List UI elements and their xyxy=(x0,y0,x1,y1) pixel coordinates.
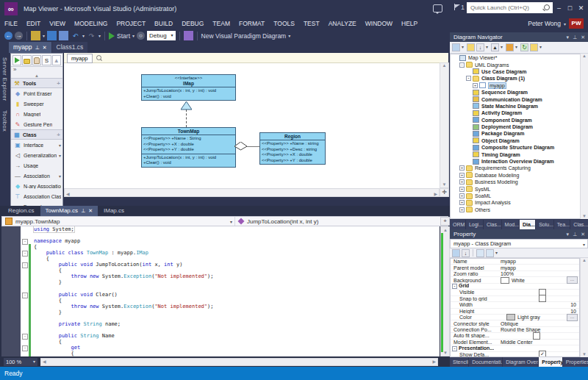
tree-expander-icon[interactable]: - xyxy=(459,62,465,68)
menu-item-team[interactable]: TEAM xyxy=(208,18,234,29)
tree-expander-icon[interactable]: + xyxy=(459,179,465,184)
menu-item-analyze[interactable]: ANALYZE xyxy=(324,18,361,29)
property-row-presentation-[interactable]: -Presentation... xyxy=(451,345,579,351)
notification-flag-icon[interactable]: 1 xyxy=(454,4,465,11)
realization-connector[interactable] xyxy=(186,110,187,127)
tree-expander-icon[interactable]: + xyxy=(459,187,465,192)
tree-item-object-diagram[interactable]: Object Diagram xyxy=(451,137,587,144)
property-row-snap-to-grid[interactable]: Snap to grid xyxy=(451,296,579,302)
tree-item-timing-diagram[interactable]: Timing Diagram xyxy=(451,151,587,157)
selector-tool-icon[interactable] xyxy=(12,55,21,65)
feedback-icon[interactable] xyxy=(433,4,442,12)
tree-expander-icon[interactable]: + xyxy=(459,165,465,171)
lock-tool-icon[interactable] xyxy=(22,55,31,65)
pin-icon[interactable]: ⊥ xyxy=(81,206,85,216)
palette-item-point-eraser[interactable]: ◆Point Eraser xyxy=(11,88,62,98)
pin-icon[interactable]: ⊥ xyxy=(573,229,577,239)
tree-item-database-modeling[interactable]: +Database Modeling xyxy=(451,172,587,179)
redo-icon[interactable]: ↷ xyxy=(87,31,96,40)
tree-expander-icon[interactable]: + xyxy=(459,173,465,178)
tree-expander-icon[interactable]: - xyxy=(466,76,471,81)
tree-expander-icon[interactable]: + xyxy=(459,207,465,212)
navigate-forward-icon[interactable]: → xyxy=(15,32,23,40)
uml-class-townmap[interactable]: TownMap<<Property>> +Name : String<<Prop… xyxy=(141,127,236,168)
tab-mod-[interactable]: Mod... xyxy=(502,220,519,229)
palette-item-association-class[interactable]: ⊤Association Class xyxy=(11,191,62,201)
tree-item-use-case-diagram[interactable]: Use Case Diagram xyxy=(451,68,587,75)
tree-item-interaction-overview-diagram[interactable]: Interaction Overview Diagram xyxy=(451,158,587,165)
layer-icon[interactable] xyxy=(506,43,514,51)
code-line[interactable]: private String name; xyxy=(1,321,440,327)
menu-item-help[interactable]: HELP xyxy=(397,18,422,29)
property-row-color[interactable]: ColorLight gray… xyxy=(451,315,579,320)
tab-class1-cs[interactable]: Class1.cs xyxy=(52,42,88,53)
palette-item-association[interactable]: —Association▾ xyxy=(11,171,62,181)
pin-icon[interactable]: ⊥ xyxy=(573,32,577,42)
menu-item-project[interactable]: PROJECT xyxy=(112,18,150,29)
canvas-search-icon[interactable] xyxy=(96,55,101,60)
editor-vertical-scrollbar[interactable]: ▲▼ xyxy=(440,226,450,356)
debug-configuration-select[interactable]: Debug▾ xyxy=(147,31,176,40)
canvas-horizontal-scrollbar[interactable]: ◀▶ xyxy=(64,188,440,197)
property-row-parent-model[interactable]: Parent modelmyapp xyxy=(451,265,579,270)
tab-myapp[interactable]: myapp⊥✕ xyxy=(9,42,51,53)
code-line[interactable]: { xyxy=(1,244,440,250)
model-explorer-icon[interactable] xyxy=(467,43,475,51)
start-debug-icon[interactable] xyxy=(109,32,115,40)
code-line[interactable]: { xyxy=(1,268,440,273)
tree-expander-icon[interactable]: + xyxy=(459,200,465,205)
tab-tea-[interactable]: Tea... xyxy=(554,220,570,229)
code-line[interactable]: - public void JumpToLocation(int x, int … xyxy=(1,262,440,268)
save-icon[interactable] xyxy=(47,31,57,40)
menu-item-debug[interactable]: DEBUG xyxy=(177,18,208,29)
code-line[interactable]: { xyxy=(1,298,440,304)
chevron-down-icon[interactable]: ▾ xyxy=(59,173,61,179)
close-button[interactable]: ✕ xyxy=(576,0,587,18)
user-name[interactable]: Peter Wong xyxy=(528,20,561,27)
code-line[interactable]: { xyxy=(1,351,440,356)
ellipsis-button[interactable]: … xyxy=(567,314,578,321)
tab-clas-[interactable]: Clas... xyxy=(484,220,501,229)
ellipsis-button[interactable]: … xyxy=(567,276,578,284)
palette-item-interface[interactable]: ▣Interface▾ xyxy=(11,140,62,150)
property-target-select[interactable]: myapp - Class Diagram▾ xyxy=(450,239,588,248)
tab-solu-[interactable]: Solu... xyxy=(536,220,553,229)
tree-expander-icon[interactable]: + xyxy=(459,193,465,198)
menu-item-window[interactable]: WINDOW xyxy=(361,18,397,29)
menu-item-format[interactable]: FORMAT xyxy=(234,18,269,29)
tree-item-impact-analysis[interactable]: +Impact Analysis xyxy=(451,199,587,206)
tab-logi-[interactable]: Logi... xyxy=(466,220,483,229)
close-icon[interactable]: ✕ xyxy=(88,206,93,216)
tree-item-myapp[interactable]: +myapp xyxy=(451,82,587,89)
tree-item-business-modeling[interactable]: +Business Modeling xyxy=(451,179,587,185)
chevron-down-icon[interactable]: ▾ xyxy=(59,153,61,158)
checkbox[interactable] xyxy=(539,295,546,302)
code-line[interactable] xyxy=(1,315,440,321)
tab-clas-[interactable]: Clas... xyxy=(570,220,588,229)
property-row-auto-fit-shape-[interactable]: Auto fit shape... xyxy=(451,333,579,339)
palette-section-class[interactable]: ▦Class+ xyxy=(11,129,62,140)
property-row-connection-po-[interactable]: Connection Po...Round the Shape xyxy=(451,327,579,333)
code-line[interactable]: using System; xyxy=(1,226,440,232)
pan-hand-tool-icon[interactable] xyxy=(32,55,41,65)
new-file-icon[interactable] xyxy=(31,31,40,40)
code-line[interactable]: } xyxy=(1,279,440,285)
uml-class-imap[interactable]: <<Interface>>IMap+JumpToLocation(x : int… xyxy=(141,74,236,101)
palette-item-usage[interactable]: →Usage xyxy=(11,160,62,171)
navigate-back-icon[interactable]: ← xyxy=(4,32,12,40)
code-line[interactable] xyxy=(1,232,440,238)
tree-item-package-diagram[interactable]: Package Diagram xyxy=(451,130,587,137)
tab-property[interactable]: Property xyxy=(539,357,562,367)
side-tab-toolbox[interactable]: Toolbox xyxy=(0,106,10,136)
group-collapse-icon[interactable]: - xyxy=(452,346,457,351)
code-line[interactable]: - public class TownMap : myapp.IMap xyxy=(1,250,440,256)
palette-item-n-ary-association[interactable]: ◆N-ary Association xyxy=(11,181,62,191)
tree-item-component-diagram[interactable]: Component Diagram xyxy=(451,117,587,123)
quick-launch-input[interactable]: Quick Launch (Ctrl+Q) xyxy=(467,2,553,13)
tree-item-activity-diagram[interactable]: Activity Diagram xyxy=(451,110,587,116)
refresh-icon[interactable]: ○ xyxy=(137,32,145,40)
new-diagram-icon[interactable] xyxy=(452,43,460,51)
tab-orm[interactable]: ORM xyxy=(450,220,465,229)
tab-documentati-[interactable]: Documentati... xyxy=(469,357,502,367)
palette-item-sweeper[interactable]: ▮Sweeper xyxy=(11,98,62,109)
